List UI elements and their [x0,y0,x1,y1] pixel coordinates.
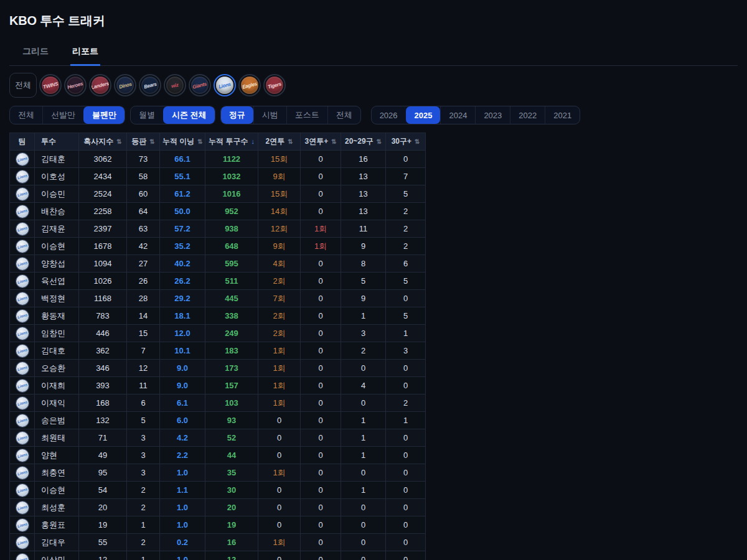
team-filter-button[interactable]: Eagles [238,74,261,96]
team-logo-icon: Heroes [67,77,84,94]
team-cell: Lions [10,551,35,560]
back-to-back-cell: 12회 [258,220,301,238]
abuse-index-cell: 168 [79,394,127,412]
pitcher-name-cell: 양현 [35,447,79,464]
appearances-cell: 14 [127,307,160,325]
table-row[interactable]: Lions 이승민 2524 60 61.2 1016 15회 0 13 5 [10,185,426,203]
table-row[interactable]: Lions 육선엽 1026 26 26.2 511 2회 0 5 5 [10,273,426,290]
period-filter-option[interactable]: 월별 [131,106,163,124]
table-row[interactable]: Lions 김재윤 2397 63 57.2 938 12회 1회 11 2 [10,220,426,238]
team-logo-icon: Landers [92,77,109,94]
team-logo-lions-icon: Lions [16,170,29,183]
team-wordmark: Tigers [267,81,282,90]
column-header[interactable]: 혹사지수⇅ [79,133,127,151]
role-filter-option[interactable]: 선발만 [42,106,83,124]
table-row[interactable]: Lions 이재희 393 11 9.0 157 1회 0 4 0 [10,377,426,394]
abuse-index-cell: 393 [79,377,127,394]
column-header[interactable]: 30구+⇅ [386,133,426,151]
pitch-count-cell: 103 [205,394,258,412]
table-row[interactable]: Lions 김대우 55 2 0.2 16 1회 0 0 0 [10,534,426,551]
table-row[interactable]: Lions 이승현 54 2 1.1 30 0 0 1 0 [10,482,426,499]
team-filter-button[interactable]: Bears [139,74,161,96]
abuse-index-cell: 95 [79,464,127,482]
pitcher-name-cell: 양창섭 [35,255,79,273]
table-row[interactable]: Lions 이재익 168 6 6.1 103 1회 0 0 2 [10,394,426,412]
year-filter-option[interactable]: 2021 [545,106,580,124]
team-filter-button[interactable]: Dinos [114,74,136,96]
abuse-index-cell: 132 [79,412,127,429]
pitches-20-29-cell: 1 [341,307,386,325]
table-row[interactable]: Lions 김대호 362 7 10.1 183 1회 0 2 3 [10,342,426,360]
back-to-back-cell: 0 [258,516,301,534]
year-filter-option[interactable]: 2024 [440,106,475,124]
season-type-filter-option[interactable]: 포스트 [286,106,327,124]
team-cell: Lions [10,516,35,534]
innings-cell: 57.2 [160,220,205,238]
pitches-30plus-cell: 0 [386,516,426,534]
pitches-30plus-cell: 0 [386,551,426,560]
table-row[interactable]: Lions 백정현 1168 28 29.2 445 7회 0 9 0 [10,290,426,307]
pitches-30plus-cell: 0 [386,464,426,482]
team-cell: Lions [10,394,35,412]
table-row[interactable]: Lions 이호성 2434 58 55.1 1032 9회 0 13 7 [10,168,426,185]
filter-label: 선발만 [51,110,75,121]
abuse-index-cell: 49 [79,447,127,464]
column-header[interactable]: 2연투⇅ [258,133,301,151]
column-header[interactable]: 투수 [35,133,79,151]
year-filter-option[interactable]: 2023 [475,106,510,124]
team-logo-lions-icon: Lions [16,536,29,549]
column-header[interactable]: 팀 [10,133,35,151]
table-row[interactable]: Lions 김태훈 3062 73 66.1 1122 15회 0 16 0 [10,151,426,168]
table-row[interactable]: Lions 이상민 12 1 1.0 12 0 0 0 0 [10,551,426,560]
table-row[interactable]: Lions 홍원표 19 1 1.0 19 0 0 0 0 [10,516,426,534]
appearances-cell: 7 [127,342,160,360]
team-filter-all-button[interactable]: 전체 [9,73,37,98]
table-row[interactable]: Lions 임창민 446 15 12.0 249 2회 0 3 1 [10,325,426,342]
team-filter-button[interactable]: Heroes [64,74,87,96]
column-header[interactable]: 누적 이닝⇅ [160,133,205,151]
team-filter-button[interactable]: wiz [164,74,186,96]
table-row[interactable]: Lions 양창섭 1094 27 40.2 595 4회 0 8 6 [10,255,426,273]
sort-icon: ⇅ [116,138,121,145]
season-type-filter-option[interactable]: 정규 [221,106,253,124]
column-header[interactable]: 등판⇅ [127,133,160,151]
table-row[interactable]: Lions 최성훈 20 2 1.0 20 0 0 0 0 [10,499,426,516]
three-in-row-cell: 0 [301,429,341,447]
season-type-filter-option[interactable]: 시범 [253,106,286,124]
table-row[interactable]: Lions 양현 49 3 2.2 44 0 0 1 0 [10,447,426,464]
column-header[interactable]: 20~29구⇅ [341,133,386,151]
back-to-back-cell: 9회 [258,168,301,185]
period-filter-option[interactable]: 시즌 전체 [163,106,215,124]
table-row[interactable]: Lions 오승환 346 12 9.0 173 1회 0 0 0 [10,360,426,377]
team-filter-button[interactable]: Landers [89,74,111,96]
column-header[interactable]: 3연투+⇅ [301,133,341,151]
team-cell: Lions [10,447,35,464]
team-filter-button[interactable]: Giants [189,74,211,96]
year-filter-option[interactable]: 2026 [372,106,406,124]
table-row[interactable]: Lions 송은범 132 5 6.0 93 0 0 1 1 [10,412,426,429]
year-filter-option[interactable]: 2022 [510,106,545,124]
table-row[interactable]: Lions 최충연 95 3 1.0 35 1회 0 0 0 [10,464,426,482]
team-filter-button[interactable]: Lions [214,74,236,96]
season-type-filter-option[interactable]: 전체 [327,106,360,124]
appearances-cell: 5 [127,412,160,429]
column-header[interactable]: 누적 투구수↓ [205,133,258,151]
team-filter-button[interactable]: TWINS [39,74,62,96]
table-row[interactable]: Lions 최원태 71 3 4.2 52 0 0 1 0 [10,429,426,447]
pitcher-name-cell: 오승환 [35,360,79,377]
back-to-back-cell: 2회 [258,325,301,342]
abuse-index-cell: 2434 [79,168,127,185]
role-filter-option[interactable]: 전체 [10,106,42,124]
table-row[interactable]: Lions 이승현 1678 42 35.2 648 9회 1회 9 2 [10,238,426,255]
team-logo-lions-icon: Lions [16,153,29,166]
tab[interactable]: 그리드 [21,40,50,66]
table-row[interactable]: Lions 배찬승 2258 64 50.0 952 14회 0 13 2 [10,203,426,220]
pitcher-name-cell: 김태훈 [35,151,79,168]
tab[interactable]: 리포트 [70,40,100,66]
team-filter-button[interactable]: Tigers [263,74,286,96]
year-filter-option[interactable]: 2025 [406,106,441,124]
role-filter-option[interactable]: 불펜만 [83,106,125,124]
table-row[interactable]: Lions 황동재 783 14 18.1 338 2회 0 1 5 [10,307,426,325]
pitches-20-29-cell: 9 [341,238,386,255]
role-filter-group: 전체 선발만 불펜만 [9,106,125,124]
